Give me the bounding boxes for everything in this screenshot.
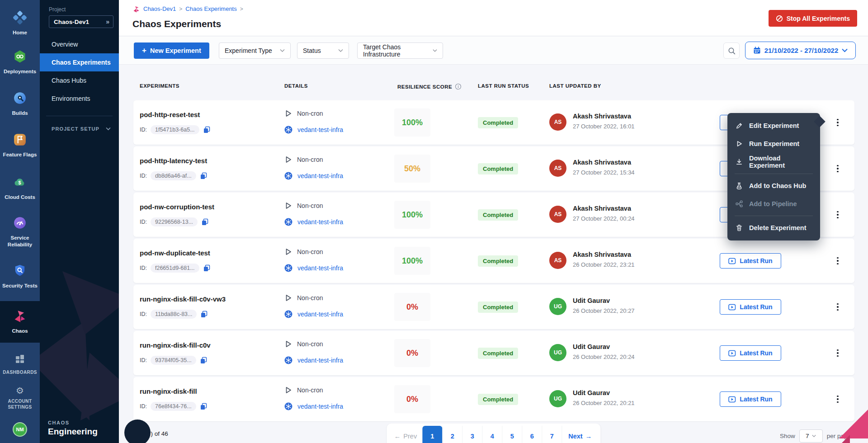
menu-item-add-to-pipeline: Add to Pipeline: [727, 195, 820, 213]
page-button[interactable]: 2: [442, 426, 462, 443]
chevron-down-icon: [106, 127, 111, 131]
nav-module-cloud-costs[interactable]: $ Cloud Costs: [0, 173, 40, 203]
copy-icon[interactable]: [200, 172, 208, 180]
status-filter[interactable]: Status: [297, 42, 349, 59]
page-button[interactable]: 4: [482, 426, 502, 443]
decorative-shape: [839, 410, 868, 438]
nav-module-deployments[interactable]: Deployments: [0, 47, 40, 78]
chaos-watermark: [40, 253, 119, 434]
experiment-name[interactable]: pod-http-latency-test: [140, 157, 207, 165]
sidebar-item-overview[interactable]: Overview: [40, 35, 119, 53]
copy-icon[interactable]: [201, 218, 209, 226]
experiment-name[interactable]: run-nginx-disk-fill: [140, 387, 197, 395]
chevron-down-icon: [280, 49, 285, 52]
breadcrumb-experiments-link[interactable]: Chaos Experiments: [185, 5, 236, 12]
row-menu-button[interactable]: [832, 207, 844, 222]
new-experiment-button[interactable]: + New Experiment: [134, 42, 209, 59]
experiment-id: 11bda88c-83...: [151, 310, 197, 319]
infrastructure-link[interactable]: vedant-test-infra: [297, 264, 343, 272]
info-icon[interactable]: [455, 83, 462, 90]
expand-icon[interactable]: »: [106, 18, 109, 25]
play-outline-icon: [284, 248, 292, 256]
user-avatar[interactable]: NM: [13, 422, 27, 437]
updated-by-name: Udit Gaurav: [573, 389, 610, 396]
latest-run-button[interactable]: Latest Run: [720, 345, 781, 361]
nav-account-settings[interactable]: ⚙ ACCOUNT SETTINGS: [0, 383, 40, 413]
experiment-id: 93784f05-35...: [151, 356, 196, 365]
copy-icon[interactable]: [200, 311, 208, 318]
row-menu-button[interactable]: [832, 254, 844, 268]
latest-run-button[interactable]: Latest Run: [720, 391, 781, 407]
nav-module-chaos[interactable]: Chaos: [0, 301, 40, 343]
latest-run-button[interactable]: Latest Run: [720, 253, 781, 269]
nav-module-builds[interactable]: Builds: [0, 89, 40, 119]
schedule-type: Non-cron: [297, 202, 323, 209]
menu-item-download-experiment[interactable]: Download Experiment: [727, 153, 820, 171]
run-icon: [728, 350, 736, 357]
experiment-name[interactable]: run-nginx-disk-fill-c0v-vw3: [140, 295, 226, 303]
row-menu-button[interactable]: [832, 161, 844, 176]
avatar: AS: [549, 252, 566, 269]
infrastructure-link[interactable]: vedant-test-infra: [297, 172, 343, 179]
next-page-button[interactable]: Next →: [561, 426, 598, 443]
sidebar-item-chaos-hubs[interactable]: Chaos Hubs: [40, 71, 119, 90]
infrastructure-link[interactable]: vedant-test-infra: [297, 126, 343, 133]
avatar: UG: [549, 344, 566, 361]
row-menu-button[interactable]: [832, 392, 844, 406]
page-size-select[interactable]: 7: [799, 429, 823, 443]
copy-icon[interactable]: [203, 264, 211, 272]
row-menu-button[interactable]: [832, 115, 844, 130]
experiment-type-filter[interactable]: Experiment Type: [219, 42, 291, 59]
page-button[interactable]: 1: [422, 426, 442, 443]
infrastructure-link[interactable]: vedant-test-infra: [297, 357, 343, 364]
copy-icon[interactable]: [200, 357, 208, 364]
experiment-name[interactable]: pod-nw-corruption-test: [140, 203, 214, 211]
experiment-name[interactable]: pod-http-reset-test: [140, 111, 200, 118]
menu-item-delete-experiment[interactable]: Delete Experiment: [727, 219, 820, 237]
project-selector[interactable]: Chaos-Dev1 »: [49, 15, 113, 28]
row-menu-button[interactable]: [832, 346, 844, 360]
copy-icon[interactable]: [200, 403, 208, 410]
latest-run-button[interactable]: Latest Run: [720, 299, 781, 315]
chaos-icon: [13, 308, 27, 325]
sidebar-item-environments[interactable]: Environments: [40, 90, 119, 108]
infrastructure-link[interactable]: vedant-test-infra: [297, 403, 343, 410]
breadcrumb-project-link[interactable]: Chaos-Dev1: [143, 5, 176, 12]
kubernetes-icon: [284, 264, 292, 272]
nav-module-feature-flags[interactable]: Feature Flags: [0, 130, 40, 161]
stop-all-experiments-button[interactable]: Stop All Experiments: [769, 10, 857, 27]
nav-module-service-reliability[interactable]: Service Reliability: [0, 213, 40, 251]
builds-icon: [13, 91, 27, 107]
run-icon: [728, 304, 736, 311]
nav-module-security-tests[interactable]: Security Tests: [0, 261, 40, 292]
page-button[interactable]: 7: [542, 426, 561, 443]
menu-item-edit-experiment[interactable]: Edit Experiment: [727, 117, 820, 135]
home-icon: [13, 11, 27, 26]
row-menu-button[interactable]: [832, 300, 844, 314]
date-range-picker[interactable]: 21/10/2022 - 27/10/2022: [745, 42, 856, 59]
experiment-name[interactable]: run-nginx-disk-fill-c0v: [140, 341, 211, 349]
menu-item-run-experiment[interactable]: Run Experiment: [727, 135, 820, 153]
nav-dashboards[interactable]: DASHBOARDS: [0, 351, 40, 378]
pipeline-icon: [736, 200, 743, 207]
infrastructure-link[interactable]: vedant-test-infra: [297, 311, 343, 318]
page-button[interactable]: 3: [462, 426, 482, 443]
infrastructure-link[interactable]: vedant-test-infra: [297, 218, 343, 226]
sidebar-item-chaos-experiments[interactable]: Chaos Experiments: [40, 53, 119, 71]
avatar: UG: [549, 390, 566, 407]
project-setup-toggle[interactable]: PROJECT SETUP: [52, 123, 111, 135]
menu-item-add-to-chaos-hub[interactable]: Add to Chaos Hub: [727, 177, 820, 195]
schedule-type: Non-cron: [297, 386, 323, 394]
avatar: UG: [549, 298, 566, 315]
copy-icon[interactable]: [203, 126, 211, 134]
prev-page-button[interactable]: ← Prev: [389, 426, 422, 443]
page-button[interactable]: 5: [502, 426, 522, 443]
play-outline-icon: [284, 294, 292, 302]
target-infrastructure-filter[interactable]: Target Chaos Infrastructure: [357, 42, 443, 59]
arrow-right-icon: →: [585, 433, 592, 440]
search-button[interactable]: [723, 42, 740, 59]
page-button[interactable]: 6: [522, 426, 542, 443]
status-badge: Completed: [478, 255, 518, 267]
nav-module-home[interactable]: Home: [0, 8, 40, 39]
experiment-name[interactable]: pod-nw-duplicate-test: [140, 249, 210, 257]
